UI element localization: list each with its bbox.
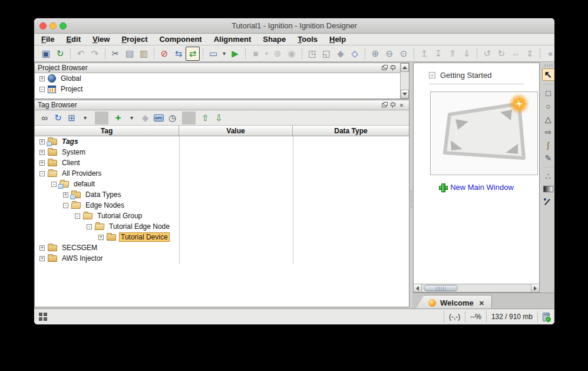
tree-item-data-types[interactable]: + Data Types — [35, 189, 409, 200]
window-preview-thumbnail[interactable] — [430, 91, 538, 175]
tree-item-tags[interactable]: + Tags — [35, 136, 409, 147]
menu-help[interactable]: Help — [323, 34, 352, 45]
tree-item-client[interactable]: + Client — [35, 157, 409, 168]
tree-expander-icon[interactable]: + — [39, 245, 45, 251]
scan-class-button[interactable]: ◷ — [166, 111, 179, 124]
shape-selection-button[interactable]: ◆ — [333, 47, 348, 61]
menu-file[interactable]: File — [35, 34, 60, 45]
tree-expander-icon[interactable]: + — [39, 160, 45, 166]
tree-expander-icon[interactable]: + — [39, 76, 45, 81]
tree-item-all-providers[interactable]: - All Providers — [35, 168, 409, 179]
tree-expander-icon[interactable]: + — [63, 192, 68, 198]
titlebar[interactable]: Tutorial1 - Ignition - Ignition Designer — [34, 18, 554, 34]
tree-item-system[interactable]: + System — [35, 147, 409, 157]
open-window-button[interactable]: ▭ — [206, 47, 220, 61]
undo-button[interactable]: ↶ — [74, 47, 88, 61]
db-conflict-button[interactable]: ⊘ — [157, 47, 171, 61]
horizontal-scrollbar[interactable] — [414, 284, 539, 292]
tree-item-edge-nodes[interactable]: - Edge Nodes — [35, 200, 409, 211]
tree-expander-icon[interactable]: - — [63, 203, 68, 208]
zoom-window-button[interactable] — [60, 22, 67, 29]
menu-tools[interactable]: Tools — [292, 34, 323, 45]
preview-play-button[interactable]: ▶ — [228, 47, 242, 61]
float-panel-button[interactable] — [379, 101, 388, 109]
pencil-tool[interactable]: ✎ — [542, 152, 555, 164]
menu-edit[interactable]: Edit — [60, 34, 87, 45]
node-edit-tool[interactable]: ∴ — [542, 170, 555, 182]
add-tag-dropdown[interactable]: ▾ — [125, 111, 138, 124]
project-tree-scrollbar[interactable] — [400, 63, 409, 99]
tree-item-project[interactable]: - Project — [35, 84, 409, 94]
merge-remote-button[interactable]: ⇆ — [171, 47, 186, 61]
scrollbar-track[interactable] — [422, 284, 531, 292]
move-backward-button[interactable]: ↧ — [431, 47, 445, 61]
paste-button[interactable]: ▥ — [137, 47, 151, 61]
shape-edit-points-button[interactable]: ◇ — [348, 47, 362, 61]
move-forward-button[interactable]: ↥ — [417, 47, 431, 61]
zoom-in-button[interactable]: ⊕ — [368, 47, 382, 61]
shape-union-button[interactable]: ● — [543, 47, 554, 61]
tree-expander-icon[interactable]: - — [87, 224, 92, 229]
menu-project[interactable]: Project — [115, 34, 153, 45]
pointer-tool[interactable]: ↖ — [542, 68, 555, 81]
import-tags-button[interactable]: ⇩ — [212, 111, 226, 124]
column-customizer-dropdown[interactable]: ▾ — [78, 111, 92, 124]
rotate-cw-button[interactable]: ↻ — [494, 47, 508, 61]
tree-expander-icon[interactable]: + — [39, 256, 45, 261]
palette-drag-handle[interactable] — [544, 64, 553, 67]
close-window-button[interactable] — [39, 22, 47, 29]
column-header-tag[interactable]: Tag — [35, 126, 179, 136]
component-security-button[interactable]: ⊛ — [270, 47, 285, 61]
tree-item-aws-injector[interactable]: + AWS Injector — [35, 253, 409, 264]
menu-view[interactable]: View — [87, 34, 115, 45]
tree-item-default[interactable]: - default — [35, 179, 409, 189]
tree-item-global[interactable]: + Global — [35, 73, 409, 84]
flip-horizontal-button[interactable]: ⇔ — [508, 47, 523, 61]
copy-button[interactable]: ▤ — [123, 47, 137, 61]
pin-panel-button[interactable] — [388, 101, 397, 109]
browse-tags-button[interactable]: ∞ — [38, 111, 51, 124]
rectangle-tool[interactable]: □ — [542, 87, 555, 99]
float-panel-button[interactable] — [379, 64, 388, 72]
edit-tag-button[interactable]: ◆ — [138, 111, 152, 124]
zoom-actual-button[interactable]: ⊙ — [397, 47, 411, 61]
save-button[interactable]: ▣ — [39, 47, 53, 61]
window-dropdown[interactable]: ▾ — [220, 47, 228, 61]
update-project-button[interactable]: ↻ — [53, 47, 67, 61]
tree-expander-icon[interactable]: - — [39, 171, 45, 176]
arrow-tool[interactable]: ⇨ — [542, 126, 555, 138]
export-tags-button[interactable]: ⇧ — [199, 111, 212, 124]
selection-crop-button[interactable]: ◱ — [319, 47, 333, 61]
group-components-button[interactable]: ■ — [249, 47, 263, 61]
refresh-tags-button[interactable]: ↻ — [51, 111, 65, 124]
tree-expander-icon[interactable]: + — [98, 235, 104, 240]
tree-expander-icon[interactable]: - — [39, 87, 45, 92]
menu-component[interactable]: Component — [153, 34, 207, 45]
tree-expander-icon[interactable]: - — [51, 182, 57, 187]
tab-close-button[interactable] — [479, 298, 484, 307]
column-header-value[interactable]: Value — [179, 126, 293, 136]
eyedropper-tool[interactable] — [542, 196, 555, 208]
polygon-tool[interactable]: △ — [542, 113, 555, 125]
ellipse-tool[interactable]: ○ — [542, 100, 555, 112]
menu-alignment[interactable]: Alignment — [208, 34, 257, 45]
zoom-out-button[interactable]: ⊖ — [382, 47, 397, 61]
tree-item-tutorial-device[interactable]: + Tutorial Device — [35, 232, 409, 242]
minimize-window-button[interactable] — [49, 22, 57, 29]
scroll-down-button[interactable] — [401, 90, 409, 99]
tree-item-tutorial-group[interactable]: - Tutorial Group — [35, 211, 409, 221]
opc-browser-button[interactable]: OPC — [152, 111, 166, 124]
move-to-front-button[interactable]: ⇑ — [445, 47, 460, 61]
garbage-collect-button[interactable] — [537, 311, 554, 322]
merge-local-button[interactable]: ⇄ — [186, 47, 200, 61]
pin-panel-button[interactable] — [388, 64, 397, 72]
tree-expander-icon[interactable]: + — [39, 150, 45, 155]
cut-button[interactable]: ✂ — [108, 47, 123, 61]
column-header-data-type[interactable]: Data Type — [293, 126, 409, 136]
scroll-up-button[interactable] — [401, 63, 409, 72]
column-customizer-button[interactable]: ⊞ — [65, 111, 78, 124]
scroll-left-button[interactable] — [414, 284, 422, 292]
tree-item-secsgem[interactable]: + SECSGEM — [35, 242, 409, 253]
lock-position-button[interactable]: ◉ — [285, 47, 299, 61]
path-tool[interactable]: ∫ — [542, 139, 555, 151]
